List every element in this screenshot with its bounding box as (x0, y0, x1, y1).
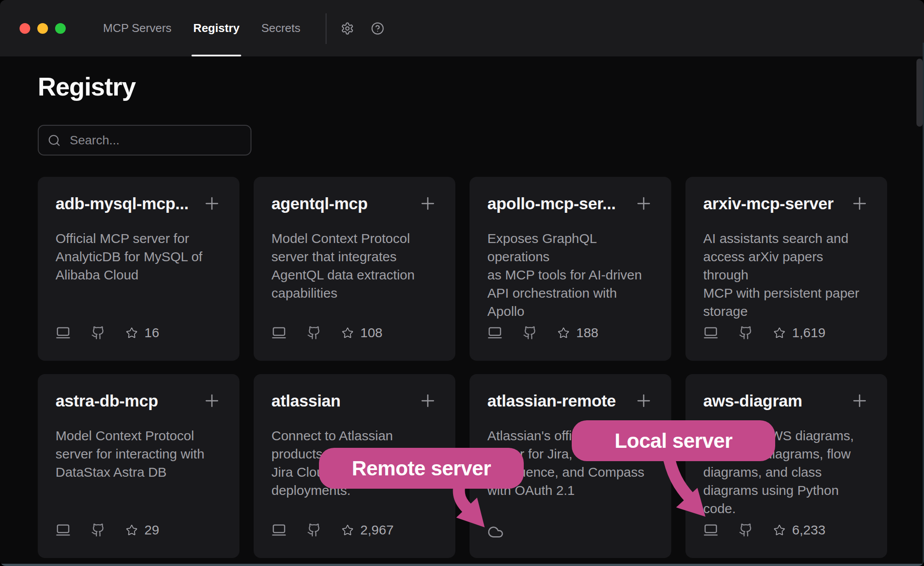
traffic-light-zoom[interactable] (55, 23, 66, 34)
laptop-icon (56, 522, 71, 538)
server-description: Exposes GraphQL operations as MCP tools … (487, 229, 653, 320)
window-edge-bottom (0, 564, 924, 566)
traffic-light-close[interactable] (20, 23, 30, 34)
server-card-arxiv-mcp-server[interactable]: arxiv-mcp-server AI assistants search an… (685, 177, 887, 361)
star-count: 6,233 (792, 522, 825, 538)
server-description: Connect to Atlassian products. Supports … (271, 426, 438, 499)
plus-icon (850, 391, 869, 411)
server-card-astra-db-mcp[interactable]: astra-db-mcp Model Context Protocol serv… (38, 374, 239, 558)
page-title: Registry (38, 73, 887, 100)
search-input[interactable] (69, 133, 239, 148)
star-icon (773, 524, 785, 536)
titlebar: MCP Servers Registry Secrets (0, 0, 924, 56)
server-card-aws-diagram[interactable]: aws-diagram Generate AWS diagrams, seque… (685, 374, 887, 558)
traffic-light-minimize[interactable] (37, 23, 48, 34)
server-name: apollo-mcp-ser... (487, 195, 616, 213)
server-grid: adb-mysql-mcp... Official MCP server for… (38, 177, 887, 558)
star-icon (342, 327, 354, 339)
github-icon[interactable] (739, 523, 753, 537)
github-icon[interactable] (91, 326, 105, 340)
star-icon (558, 327, 570, 339)
star-count: 1,619 (792, 325, 825, 340)
add-server-button[interactable] (634, 194, 653, 213)
github-icon[interactable] (91, 523, 105, 537)
main-nav: MCP Servers Registry Secrets (103, 0, 300, 56)
star-count: 16 (144, 325, 159, 340)
search-icon (48, 134, 61, 147)
server-card-agentql-mcp[interactable]: agentql-mcp Model Context Protocol serve… (254, 177, 455, 361)
plus-icon (850, 194, 869, 213)
server-card-apollo-mcp-server[interactable]: apollo-mcp-ser... Exposes GraphQL operat… (470, 177, 671, 361)
laptop-icon (271, 522, 287, 538)
add-server-button[interactable] (850, 391, 869, 411)
github-icon[interactable] (739, 326, 753, 340)
add-server-button[interactable] (850, 194, 869, 213)
plus-icon (202, 194, 222, 213)
server-description: AI assistants search and access arXiv pa… (703, 229, 869, 320)
star-icon (126, 327, 138, 339)
add-server-button[interactable] (634, 391, 653, 411)
laptop-icon (487, 325, 502, 340)
registry-page: Registry adb-mysql-mcp... Official MCP s… (0, 56, 924, 558)
server-description: Model Context Protocol server that integ… (271, 229, 438, 302)
add-server-button[interactable] (418, 391, 438, 411)
traffic-lights (0, 0, 66, 56)
server-name: atlassian-remote (487, 392, 616, 411)
server-card-atlassian[interactable]: atlassian Connect to Atlassian products.… (254, 374, 455, 558)
plus-icon (418, 194, 438, 213)
plus-icon (418, 391, 438, 411)
settings-icon[interactable] (341, 22, 354, 35)
plus-icon (202, 391, 222, 411)
server-description: Official MCP server for AnalyticDB for M… (56, 229, 222, 284)
help-icon[interactable] (371, 22, 384, 35)
star-count: 2,967 (360, 522, 394, 538)
server-name: arxiv-mcp-server (703, 195, 833, 213)
server-card-adb-mysql-mcp[interactable]: adb-mysql-mcp... Official MCP server for… (38, 177, 239, 361)
github-icon[interactable] (307, 326, 321, 340)
star-icon (342, 524, 354, 536)
star-count: 108 (360, 325, 382, 340)
github-icon[interactable] (523, 326, 537, 340)
tab-mcp-servers[interactable]: MCP Servers (103, 0, 171, 56)
titlebar-divider (326, 13, 327, 44)
star-icon (126, 524, 138, 536)
laptop-icon (703, 522, 718, 538)
server-name: astra-db-mcp (56, 392, 158, 411)
plus-icon (634, 391, 653, 411)
github-icon[interactable] (307, 523, 321, 537)
star-count: 188 (576, 325, 598, 340)
laptop-icon (56, 325, 71, 340)
plus-icon (634, 194, 653, 213)
server-name: adb-mysql-mcp... (56, 195, 188, 213)
server-name: atlassian (271, 392, 341, 411)
tab-registry[interactable]: Registry (193, 0, 239, 56)
server-name: aws-diagram (703, 392, 802, 411)
server-description: Generate AWS diagrams, sequence diagrams… (703, 426, 869, 518)
add-server-button[interactable] (418, 194, 438, 213)
cloud-icon (487, 524, 504, 540)
star-icon (773, 327, 785, 339)
server-description: Model Context Protocol server for intera… (56, 426, 222, 481)
add-server-button[interactable] (202, 391, 222, 411)
server-name: agentql-mcp (271, 195, 368, 213)
server-description: Atlassian's official MCP server for Jira… (487, 426, 653, 499)
add-server-button[interactable] (202, 194, 222, 213)
laptop-icon (271, 325, 287, 340)
app-window: MCP Servers Registry Secrets Registry ad… (0, 0, 924, 566)
laptop-icon (703, 325, 718, 340)
scrollbar-thumb[interactable] (916, 59, 923, 127)
server-card-atlassian-remote[interactable]: atlassian-remote Atlassian's official MC… (470, 374, 671, 558)
star-count: 29 (144, 522, 159, 538)
tab-secrets[interactable]: Secrets (261, 0, 300, 56)
search-box (38, 125, 251, 155)
